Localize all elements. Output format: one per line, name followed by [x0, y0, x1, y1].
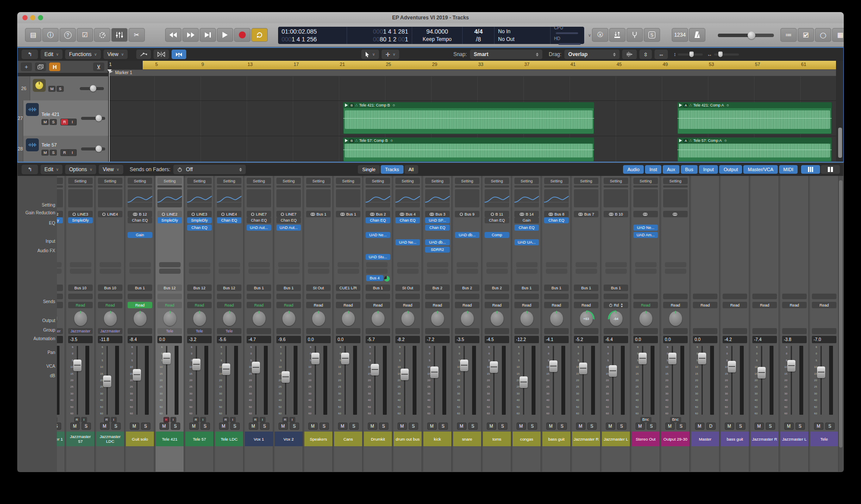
automation-mode-button[interactable]: Read — [425, 302, 450, 308]
eq-thumbnail[interactable] — [544, 189, 569, 207]
send-slot[interactable] — [397, 262, 419, 267]
solo-button[interactable]: S — [617, 423, 626, 430]
input-slot[interactable]: Bus 2 — [366, 211, 390, 217]
output-slot[interactable]: Bus 1 — [128, 285, 152, 291]
channel-strip[interactable]: SettingB 14GainChan EQUAD UA...Bus 1Read… — [513, 176, 541, 472]
send-slot[interactable] — [159, 262, 181, 267]
channel-strip[interactable]: SettingB 11Chan EQCompBus 2Read-4.560510… — [483, 176, 511, 472]
db-display[interactable]: -4.2 — [723, 336, 747, 343]
fader-cap[interactable] — [401, 369, 409, 380]
volume-fader[interactable]: 6051015202530405060 — [57, 344, 63, 416]
group-slot[interactable] — [306, 294, 331, 299]
channel-strip[interactable]: SettingBus 9UAD db...Bus 2Read-3.5605101… — [453, 176, 481, 472]
db-display[interactable]: 0.0 — [693, 336, 717, 343]
db-display[interactable]: -3.8 — [782, 336, 807, 343]
automation-mode-button[interactable]: Read — [366, 302, 390, 308]
solo-button[interactable]: S — [319, 423, 329, 430]
vca-slot[interactable] — [276, 328, 301, 334]
input-slot[interactable]: B 14 — [514, 211, 539, 217]
pan-knob[interactable] — [726, 309, 745, 328]
fader-cap[interactable] — [460, 360, 468, 371]
group-slot[interactable] — [395, 294, 420, 299]
input-slot[interactable]: Bus 3 — [425, 211, 450, 217]
input-slot[interactable]: Bus 7 — [574, 211, 598, 217]
mute-button[interactable]: M — [665, 423, 675, 430]
eq-thumbnail[interactable] — [68, 189, 93, 207]
pan-knob[interactable]: -64 — [607, 309, 626, 328]
fader-cap[interactable] — [639, 353, 647, 364]
channel-name[interactable]: congas — [513, 432, 541, 446]
db-display[interactable]: 0.0 — [336, 336, 360, 343]
channel-strip[interactable]: SettingRead0.06051015202530405060BncMSOu… — [661, 176, 689, 472]
filter-input[interactable]: Input — [699, 165, 718, 174]
channel-name[interactable]: Jazzmaster L — [780, 432, 808, 446]
automation-mode-button[interactable]: Read — [514, 302, 539, 308]
volume-fader[interactable]: 6051015202530405060 — [187, 344, 212, 416]
channel-name[interactable]: Tele — [810, 432, 838, 446]
rewind-button[interactable] — [165, 28, 182, 42]
channel-setting-button[interactable]: Setting — [187, 178, 212, 184]
output-slot[interactable]: Bus 1 — [604, 285, 628, 291]
output-slot[interactable]: Bus 12 — [187, 285, 212, 291]
automation-mode-button[interactable]: Read — [812, 302, 836, 308]
solo-button[interactable]: S — [409, 423, 418, 430]
fader-cap[interactable] — [252, 362, 260, 373]
note-pads-icon[interactable]: 🗹 — [798, 28, 814, 42]
channel-name[interactable]: drum out bus — [394, 432, 422, 446]
solo-button[interactable]: S — [766, 423, 775, 430]
marker-lane[interactable]: Marker 1 — [108, 69, 836, 76]
automation-mode-button[interactable]: Read — [187, 302, 212, 308]
filter-master-vca[interactable]: Master/VCA — [743, 165, 777, 174]
send-slot[interactable] — [516, 262, 538, 267]
vca-slot[interactable] — [306, 328, 331, 334]
automation-mode-button[interactable]: Rd▲▼ — [604, 302, 628, 308]
channel-name[interactable]: Jazzmaster 1 — [57, 432, 65, 446]
vca-slot[interactable] — [514, 328, 539, 334]
channel-name[interactable]: Vox 2 — [275, 432, 303, 446]
send-slot[interactable] — [129, 262, 151, 267]
pan-knob[interactable] — [279, 309, 298, 328]
group-slot[interactable] — [98, 294, 122, 299]
pan-knob[interactable] — [488, 309, 507, 328]
db-display[interactable]: -3.2 — [187, 336, 212, 343]
send-slot[interactable] — [338, 269, 359, 274]
volume-fader[interactable]: 6051015202530405060 — [306, 344, 331, 416]
pan-knob[interactable] — [636, 309, 655, 328]
group-slot[interactable] — [812, 294, 836, 299]
send-slot[interactable] — [278, 269, 300, 274]
secondary-tool-menu[interactable]: ✛∨ — [381, 49, 400, 59]
track-volume-slider[interactable] — [80, 87, 104, 90]
vca-slot[interactable]: Jazzmaster — [98, 328, 122, 334]
send-level-knob[interactable] — [384, 276, 390, 282]
send-active-row[interactable]: Bus 4 — [366, 275, 390, 282]
fader-cap[interactable] — [103, 376, 111, 387]
db-display[interactable]: -9.6 — [276, 336, 301, 343]
channel-setting-button[interactable]: Setting — [633, 178, 658, 184]
horizontal-auto-zoom-icon[interactable]: ⇔ — [654, 49, 668, 59]
vca-slot[interactable] — [723, 328, 747, 334]
channel-setting-button[interactable]: Setting — [485, 178, 509, 184]
track-m-button[interactable]: M — [41, 150, 49, 156]
solo-button[interactable]: S — [260, 423, 269, 430]
eq-thumbnail[interactable] — [366, 189, 390, 207]
solo-icon[interactable]: S — [644, 28, 660, 42]
channel-strip[interactable]: SettingBus 3UAD SP...Chan EQUAD db...SDR… — [423, 176, 451, 472]
record-enable-button[interactable]: R — [104, 417, 110, 423]
output-slot[interactable]: Bus 2 — [485, 285, 509, 291]
duplicate-track-button[interactable] — [35, 63, 46, 71]
send-slot[interactable] — [576, 269, 597, 274]
channel-setting-button[interactable]: Setting — [276, 178, 301, 184]
group-slot[interactable] — [604, 294, 628, 299]
fx-slot-chaneq[interactable]: Chan EQ — [544, 217, 569, 223]
group-slot[interactable] — [633, 294, 658, 299]
mixer-horizontal-scrollbar[interactable] — [839, 180, 842, 448]
fx-slot-chaneq[interactable]: Chan EQ — [425, 225, 450, 231]
volume-fader[interactable]: 6051015202530405060 — [485, 344, 509, 416]
channel-strip[interactable]: SettingBus 7Bus 1Read+63-5.2605101520253… — [572, 176, 600, 472]
fader-cap[interactable] — [371, 364, 379, 376]
channel-setting-button[interactable]: Setting — [98, 178, 122, 184]
zoom-window-button[interactable] — [38, 15, 43, 20]
pan-knob-dial[interactable] — [401, 311, 414, 326]
pan-knob[interactable] — [398, 309, 417, 328]
mute-button[interactable]: M — [70, 423, 80, 430]
